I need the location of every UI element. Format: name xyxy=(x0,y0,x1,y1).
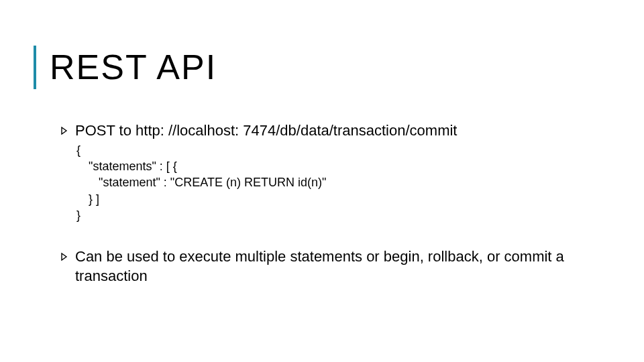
code-line: "statement" : "CREATE (n) RETURN id(n)" xyxy=(76,174,610,190)
bullet-item: POST to http: //localhost: 7474/db/data/… xyxy=(60,121,610,141)
slide: REST API POST to http: //localhost: 7474… xyxy=(0,0,644,362)
chevron-right-icon xyxy=(60,251,68,263)
code-line: } ] xyxy=(76,191,610,207)
bullet-text: POST to http: //localhost: 7474/db/data/… xyxy=(75,121,457,141)
bullet-item: Can be used to execute multiple statemen… xyxy=(60,247,610,286)
code-line: } xyxy=(76,207,610,223)
page-title: REST API xyxy=(50,46,217,89)
code-block: { "statements" : [ { "statement" : "CREA… xyxy=(60,142,610,223)
chevron-right-icon xyxy=(60,125,68,137)
title-accent-bar xyxy=(34,46,36,89)
content-area: POST to http: //localhost: 7474/db/data/… xyxy=(34,121,610,286)
code-line: "statements" : [ { xyxy=(76,158,610,174)
title-wrap: REST API xyxy=(34,46,610,89)
code-line: { xyxy=(76,142,610,158)
bullet-text: Can be used to execute multiple statemen… xyxy=(75,247,610,286)
